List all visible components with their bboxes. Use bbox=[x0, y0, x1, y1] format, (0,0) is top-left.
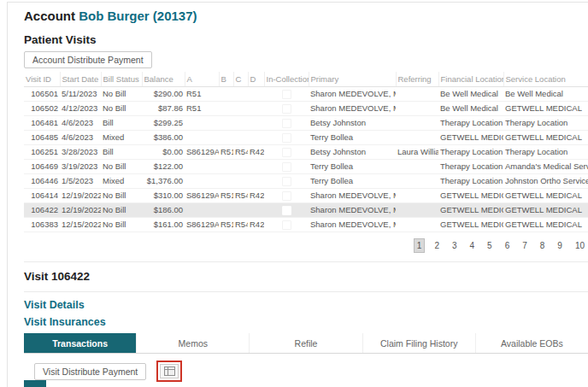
patient-visits-title: Patient Visits bbox=[24, 33, 588, 46]
visit-row-106501[interactable]: 1065015/11/2023No Bill$290.00R51Sharon M… bbox=[24, 87, 588, 102]
visit-row-106502[interactable]: 1065024/12/2023No Bill$87.86R51Sharon ME… bbox=[24, 101, 588, 115]
section-divider-2 bbox=[24, 291, 588, 292]
page-1[interactable]: 1 bbox=[414, 238, 426, 253]
account-header: Account Bob Burger (20137) bbox=[24, 9, 588, 23]
visit-row-106422[interactable]: 10642212/19/2022No Bill$186.00Sharon MED… bbox=[24, 202, 588, 217]
pv-col-primary: Primary bbox=[309, 72, 396, 87]
patient-name-link[interactable]: Bob Burger (20137) bbox=[79, 9, 197, 23]
visit-row-106251[interactable]: 1062513/28/2023Bill$0.00S86129AR51R54R42… bbox=[24, 144, 588, 159]
red-highlight-annotation bbox=[156, 361, 182, 382]
tab-claim-filing-history[interactable]: Claim Filing History bbox=[363, 333, 476, 353]
column-chooser-button[interactable] bbox=[160, 364, 179, 378]
in-collections-checkbox[interactable] bbox=[282, 206, 291, 215]
pv-col-service-location: Service Location bbox=[503, 72, 588, 87]
column-chooser-grid-icon bbox=[164, 366, 175, 376]
pv-col-referring: Referring bbox=[396, 72, 438, 87]
pv-col-d: D bbox=[248, 72, 264, 87]
pv-col-bill-status: Bill Status bbox=[101, 72, 142, 87]
page-4[interactable]: 4 bbox=[467, 238, 479, 253]
pv-col-visit-id: Visit ID bbox=[24, 72, 60, 87]
tab-available-eobs[interactable]: Available EOBs bbox=[476, 333, 588, 353]
window-frame-left bbox=[7, 2, 8, 387]
in-collections-checkbox[interactable] bbox=[282, 177, 291, 186]
pagination: 12345678910 bbox=[24, 237, 588, 253]
page-5[interactable]: 5 bbox=[484, 238, 496, 253]
pv-col-b: B bbox=[219, 72, 233, 87]
visit-number: 106422 bbox=[51, 270, 90, 283]
page-6[interactable]: 6 bbox=[502, 238, 514, 253]
page-3[interactable]: 3 bbox=[449, 238, 461, 253]
section-divider bbox=[24, 261, 588, 262]
pv-col-c: C bbox=[233, 72, 248, 87]
visit-details-link[interactable]: Visit Details bbox=[24, 299, 588, 311]
page-8[interactable]: 8 bbox=[537, 238, 549, 253]
pv-col-financial-location: Financial Location bbox=[438, 72, 503, 87]
in-collections-checkbox[interactable] bbox=[282, 119, 291, 128]
in-collections-checkbox[interactable] bbox=[282, 220, 291, 230]
visit-tabs: TransactionsMemosRefileClaim Filing Hist… bbox=[24, 333, 588, 354]
account-distribute-payment-button[interactable]: Account Distribute Payment bbox=[24, 51, 152, 68]
tab-refile[interactable]: Refile bbox=[250, 333, 362, 353]
visit-row-106446[interactable]: 1064461/5/2023Mixed$1,376.00Terry Bollea… bbox=[24, 173, 588, 188]
partial-button-cutoff[interactable] bbox=[24, 380, 46, 387]
main-content: Account Bob Burger (20137) Patient Visit… bbox=[24, 5, 588, 387]
page-2[interactable]: 2 bbox=[431, 238, 443, 253]
visit-insurances-link[interactable]: Visit Insurances bbox=[24, 316, 588, 328]
pv-col-a: A bbox=[185, 72, 219, 87]
visit-title: Visit 106422 bbox=[24, 270, 588, 283]
visit-row-106485[interactable]: 1064854/6/2023Mixed$386.00Terry BolleaGE… bbox=[24, 130, 588, 144]
in-collections-checkbox[interactable] bbox=[282, 104, 291, 114]
tab-memos[interactable]: Memos bbox=[137, 333, 250, 353]
visit-row-106414[interactable]: 10641412/19/2022No Bill$310.00S86129AR51… bbox=[24, 188, 588, 202]
patient-visits-header-row: Visit IDStart DateBill StatusBalanceABCD… bbox=[24, 72, 588, 87]
account-label: Account bbox=[24, 9, 75, 23]
visit-row-106383[interactable]: 10638312/15/2022No Bill$161.00S86129AR51… bbox=[24, 217, 588, 232]
window-frame-top bbox=[7, 2, 588, 3]
in-collections-checkbox[interactable] bbox=[282, 162, 291, 172]
pv-col-start-date: Start Date bbox=[60, 72, 101, 87]
tab-transactions[interactable]: Transactions bbox=[24, 333, 137, 353]
pv-col-in-collections: In-Collections bbox=[264, 72, 309, 87]
patient-visits-table: Visit IDStart DateBill StatusBalanceABCD… bbox=[24, 72, 588, 232]
in-collections-checkbox[interactable] bbox=[282, 148, 291, 157]
pv-col-balance: Balance bbox=[142, 72, 185, 87]
visit-row-106481[interactable]: 1064814/6/2023Bill$299.25Betsy JohnstonT… bbox=[24, 115, 588, 130]
in-collections-checkbox[interactable] bbox=[282, 133, 291, 143]
page-7[interactable]: 7 bbox=[519, 238, 531, 253]
in-collections-checkbox[interactable] bbox=[282, 191, 291, 201]
page-10[interactable]: 10 bbox=[572, 238, 588, 253]
visit-row-106469[interactable]: 1064693/19/2023No Bill$122.00Terry Bolle… bbox=[24, 159, 588, 173]
visit-distribute-payment-button[interactable]: Visit Distribute Payment bbox=[34, 363, 146, 380]
in-collections-checkbox[interactable] bbox=[282, 90, 291, 99]
page-9[interactable]: 9 bbox=[554, 238, 566, 253]
transactions-toolbar: Visit Distribute Payment bbox=[34, 361, 588, 383]
